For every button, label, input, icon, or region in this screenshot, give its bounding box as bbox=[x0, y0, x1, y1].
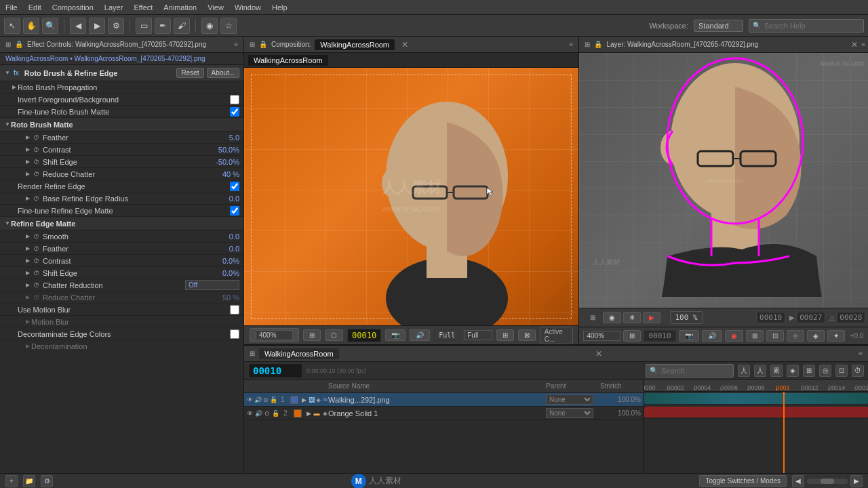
shift-edge-triangle[interactable]: ▶ bbox=[24, 159, 31, 165]
status-folder[interactable]: 📁 bbox=[23, 475, 35, 487]
comp-timeline-tab[interactable]: WalkingAcrossRoom bbox=[259, 348, 339, 359]
roto-brush-matte-section[interactable]: ▼ Roto Brush Matte bbox=[0, 118, 243, 131]
decontamination-triangle[interactable]: ▶ bbox=[24, 343, 31, 350]
roto-propagation-triangle[interactable]: ▶ bbox=[11, 84, 18, 91]
shift-edge-value[interactable]: -50.0% bbox=[199, 158, 239, 166]
right-audio-btn[interactable]: 🔊 bbox=[702, 330, 722, 342]
reset-button[interactable]: Reset bbox=[176, 68, 203, 78]
toggle-switches-button[interactable]: Toggle Switches / Modes bbox=[699, 475, 787, 487]
re-contrast-triangle[interactable]: ▶ bbox=[24, 258, 31, 264]
track-2[interactable] bbox=[644, 405, 868, 419]
base-refine-triangle[interactable]: ▶ bbox=[24, 195, 31, 202]
layer-1-solo[interactable]: ⊙ bbox=[263, 395, 269, 405]
smooth-value[interactable]: 0.0 bbox=[199, 232, 239, 241]
freeze-btn[interactable]: ❄ bbox=[623, 312, 641, 323]
layer-2-mask-icon[interactable]: ◈ bbox=[321, 409, 328, 418]
panel-options-button[interactable]: ≡ bbox=[234, 41, 238, 48]
re-feather-triangle[interactable]: ▶ bbox=[24, 245, 31, 252]
audio-btn[interactable]: 🔊 bbox=[410, 329, 430, 341]
re-feather-value[interactable]: 0.0 bbox=[199, 245, 239, 253]
layer-1-lock[interactable]: 🔓 bbox=[270, 395, 277, 405]
layer-canvas[interactable]: www.rr-sc.com 人人素材 www.rr-sc.com bbox=[579, 53, 868, 308]
menu-effect[interactable]: Effect bbox=[134, 3, 153, 12]
layer-1-color[interactable] bbox=[290, 396, 298, 404]
layer-2-lock[interactable]: 🔓 bbox=[272, 409, 279, 418]
right-snapshot-btn[interactable]: 📷 bbox=[679, 330, 699, 342]
right-transform-btn[interactable]: ⊡ bbox=[766, 330, 784, 342]
layer-1-parent-select[interactable]: None bbox=[546, 394, 593, 405]
fit-btn[interactable]: ⊞ bbox=[303, 329, 321, 341]
timeline-scroll-left[interactable]: ◀ bbox=[792, 475, 804, 487]
timeline-timecode[interactable]: 00010 bbox=[248, 363, 302, 378]
layer-2-parent-select[interactable]: None bbox=[546, 408, 593, 418]
right-timecode[interactable]: 00010 bbox=[644, 330, 675, 342]
quality-select[interactable]: Full Half bbox=[464, 330, 492, 340]
re-shift-value[interactable]: 0.0% bbox=[199, 269, 239, 277]
timecode-2[interactable]: 00027 bbox=[796, 312, 825, 323]
timeline-search-input[interactable] bbox=[646, 364, 734, 378]
forward-button[interactable]: ▶ bbox=[89, 18, 105, 34]
contrast-value[interactable]: 50.0% bbox=[199, 146, 239, 154]
zoom-select[interactable]: 400% bbox=[256, 330, 293, 340]
show-grid-btn[interactable]: ⊞ bbox=[496, 329, 514, 341]
layer-1-audio[interactable]: 🔊 bbox=[254, 395, 262, 405]
right-options-btn[interactable]: ⊞ bbox=[746, 330, 764, 342]
layer-2-visibility[interactable]: 👁 bbox=[247, 409, 254, 418]
camera-btn[interactable]: 📷 bbox=[385, 329, 406, 341]
comp-name-tab[interactable]: WalkingAcrossRoom bbox=[248, 55, 328, 66]
layer-1-fx-icon[interactable]: fx bbox=[323, 395, 328, 405]
transparency-btn[interactable]: ⊠ bbox=[518, 329, 536, 341]
timeline-options[interactable]: ≡ bbox=[859, 350, 863, 357]
menu-animation[interactable]: Animation bbox=[163, 3, 197, 12]
search-input[interactable] bbox=[749, 19, 864, 33]
pixel-aspect-btn[interactable]: ⬡ bbox=[325, 329, 343, 341]
hand-tool[interactable]: ✋ bbox=[23, 18, 39, 34]
comp-quality[interactable]: Full bbox=[434, 329, 460, 341]
layer-2-audio[interactable]: 🔊 bbox=[255, 409, 262, 418]
fine-tune-roto-checkbox[interactable] bbox=[230, 107, 239, 117]
back-button[interactable]: ◀ bbox=[70, 18, 86, 34]
comp-tab[interactable]: WalkingAcrossRoom bbox=[315, 39, 395, 50]
menu-window[interactable]: Window bbox=[235, 3, 261, 12]
timecode-1[interactable]: 00010 bbox=[756, 312, 785, 323]
reduce-chatter2-value[interactable]: 50 % bbox=[199, 293, 239, 302]
right-fit-btn[interactable]: ⊞ bbox=[623, 330, 641, 342]
status-settings[interactable]: ⚙ bbox=[41, 475, 53, 487]
tl-ctrl5[interactable]: ⏱ bbox=[852, 365, 864, 377]
refine-edge-matte-section[interactable]: ▼ Refine Edge Matte bbox=[0, 217, 243, 230]
comp-viewer-close[interactable]: ✕ bbox=[401, 40, 408, 49]
menu-help[interactable]: Help bbox=[272, 3, 288, 12]
status-new-layer[interactable]: + bbox=[5, 475, 18, 487]
comp-viewer-options[interactable]: ≡ bbox=[570, 41, 574, 48]
motion-blur-triangle[interactable]: ▶ bbox=[24, 319, 31, 325]
decontaminate-checkbox[interactable] bbox=[230, 329, 239, 339]
menu-layer[interactable]: Layer bbox=[104, 3, 123, 12]
rectangle-tool[interactable]: ▭ bbox=[136, 18, 152, 34]
zoom-btn[interactable]: 400% bbox=[250, 328, 299, 342]
menu-edit[interactable]: Edit bbox=[28, 3, 41, 12]
track-1[interactable] bbox=[644, 392, 868, 405]
timeline-ruler[interactable]: 0000 00002 00004 00006 00008 0001 00012 … bbox=[644, 380, 868, 392]
menu-file[interactable]: File bbox=[5, 3, 18, 12]
breadcrumb-comp[interactable]: WalkingAcrossRoom bbox=[5, 55, 68, 62]
timeline-scrollbar[interactable] bbox=[807, 479, 848, 484]
layer-row-2[interactable]: 👁 🔊 ⊙ 🔓 2 ▶ ▬ ◈ Orange Solid 1 bbox=[244, 407, 644, 420]
invert-fg-bg-checkbox[interactable] bbox=[230, 95, 239, 104]
smooth-triangle[interactable]: ▶ bbox=[24, 233, 31, 240]
layer-viewer-options[interactable]: ≡ bbox=[862, 41, 866, 48]
effect-triangle[interactable]: ▼ bbox=[4, 70, 11, 77]
right-mask-btn[interactable]: ◈ bbox=[807, 330, 825, 342]
opacity-value[interactable]: 100 % bbox=[675, 313, 697, 322]
chatter-reduction-triangle[interactable]: ▶ bbox=[24, 282, 31, 289]
contrast-triangle[interactable]: ▶ bbox=[24, 146, 31, 153]
layer-2-name[interactable]: Orange Solid 1 bbox=[328, 409, 546, 418]
fine-tune-refine-checkbox[interactable] bbox=[230, 206, 239, 216]
roto-brush-tool[interactable]: ◉ bbox=[201, 18, 218, 34]
re-shift-triangle[interactable]: ▶ bbox=[24, 270, 31, 277]
right-color-btn[interactable]: ◉ bbox=[725, 330, 743, 342]
tl-ctrl2[interactable]: ⊞ bbox=[803, 365, 815, 377]
comp-timeline-close[interactable]: ✕ bbox=[595, 349, 602, 359]
roto-matte-triangle[interactable]: ▼ bbox=[4, 121, 11, 128]
right-effect-btn[interactable]: ✦ bbox=[827, 330, 845, 342]
playhead[interactable] bbox=[783, 392, 785, 473]
